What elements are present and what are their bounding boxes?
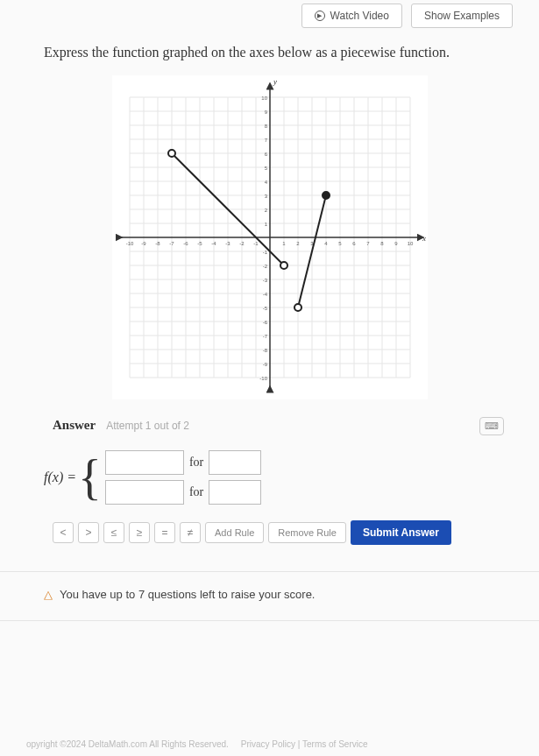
svg-text:-10: -10: [125, 241, 133, 246]
raise-score-notice: △ You have up to 7 questions left to rai…: [0, 572, 539, 601]
svg-text:-6: -6: [183, 241, 188, 246]
svg-text:1: 1: [282, 241, 286, 246]
terms-link[interactable]: Terms of Service: [302, 739, 367, 749]
watch-video-label: Watch Video: [330, 10, 389, 22]
svg-text:6: 6: [352, 241, 356, 246]
svg-text:-10: -10: [259, 376, 267, 381]
warning-icon: △: [44, 588, 53, 601]
svg-text:-9: -9: [262, 362, 267, 367]
privacy-link[interactable]: Privacy Policy: [241, 739, 295, 749]
svg-text:-3: -3: [225, 241, 230, 246]
svg-point-89: [323, 192, 330, 199]
svg-text:2: 2: [264, 208, 267, 213]
svg-text:x: x: [422, 234, 426, 243]
svg-text:10: 10: [407, 241, 413, 246]
less-equal-button[interactable]: ≤: [103, 522, 124, 543]
svg-text:7: 7: [264, 138, 267, 143]
graph-container: y x -10-9-8-7-6-5-4-3-2-1 12345678910 10…: [0, 70, 539, 408]
keyboard-icon[interactable]: ⌨: [479, 417, 504, 435]
svg-text:4: 4: [264, 180, 267, 185]
copyright-text: opyright ©2024 DeltaMath.com All Rights …: [26, 739, 229, 749]
show-examples-label: Show Examples: [424, 10, 500, 22]
rule-expression-input[interactable]: [105, 480, 184, 505]
svg-text:-5: -5: [197, 241, 202, 246]
svg-text:-4: -4: [211, 241, 216, 246]
svg-text:-6: -6: [262, 320, 267, 325]
watch-video-button[interactable]: ▶ Watch Video: [301, 4, 402, 28]
rule-condition-input[interactable]: [209, 450, 261, 475]
footer-sep: |: [298, 739, 301, 749]
svg-text:8: 8: [380, 241, 384, 246]
for-label: for: [189, 456, 203, 470]
svg-text:9: 9: [394, 241, 398, 246]
svg-text:-1: -1: [253, 241, 259, 246]
piecewise-graph: y x -10-9-8-7-6-5-4-3-2-1 12345678910 10…: [112, 75, 428, 399]
add-rule-button[interactable]: Add Rule: [205, 522, 264, 543]
svg-text:3: 3: [264, 194, 267, 199]
svg-text:-4: -4: [262, 292, 267, 297]
greater-equal-button[interactable]: ≥: [129, 522, 150, 543]
svg-text:-2: -2: [239, 241, 245, 246]
svg-text:9: 9: [264, 110, 267, 115]
svg-text:5: 5: [338, 241, 342, 246]
rule-row: for: [105, 450, 261, 475]
submit-answer-button[interactable]: Submit Answer: [351, 520, 451, 545]
show-examples-button[interactable]: Show Examples: [411, 4, 513, 28]
rule-condition-input[interactable]: [209, 480, 261, 505]
svg-text:6: 6: [264, 152, 267, 157]
play-icon: ▶: [315, 11, 325, 21]
remove-rule-button[interactable]: Remove Rule: [268, 522, 346, 543]
attempt-text: Attempt 1 out of 2: [106, 420, 189, 432]
rule-expression-input[interactable]: [105, 450, 184, 475]
svg-text:4: 4: [324, 241, 328, 246]
divider: [0, 620, 539, 621]
raise-score-text: You have up to 7 questions left to raise…: [60, 588, 315, 601]
less-than-button[interactable]: <: [53, 522, 74, 543]
svg-text:y: y: [273, 77, 277, 86]
symbol-button-row: < > ≤ ≥ = ≠ Add Rule Remove Rule Submit …: [0, 513, 539, 555]
question-text: Express the function graphed on the axes…: [0, 32, 539, 70]
rule-row: for: [105, 480, 261, 505]
header-toolbar: ▶ Watch Video Show Examples: [0, 0, 539, 32]
piecewise-rules: for for: [105, 450, 261, 505]
not-equal-button[interactable]: ≠: [180, 522, 201, 543]
svg-text:-9: -9: [141, 241, 146, 246]
svg-point-85: [168, 150, 175, 157]
svg-text:-7: -7: [169, 241, 174, 246]
svg-text:2: 2: [296, 241, 300, 246]
svg-text:-5: -5: [262, 306, 267, 311]
left-brace-icon: {: [78, 458, 102, 498]
greater-than-button[interactable]: >: [78, 522, 99, 543]
svg-text:8: 8: [264, 124, 267, 129]
svg-text:-3: -3: [262, 278, 267, 283]
answer-label: Answer: [53, 418, 96, 432]
svg-text:7: 7: [366, 241, 370, 246]
svg-text:10: 10: [261, 95, 267, 101]
piecewise-expression: f(x) = { for for: [0, 433, 479, 513]
svg-text:-7: -7: [262, 334, 267, 339]
svg-text:5: 5: [264, 166, 267, 171]
answer-section: Answer Attempt 1 out of 2 ⌨: [0, 408, 539, 433]
footer: opyright ©2024 DeltaMath.com All Rights …: [0, 739, 539, 749]
for-label: for: [189, 485, 203, 499]
svg-point-88: [294, 304, 301, 311]
svg-text:-8: -8: [262, 348, 267, 353]
equal-button[interactable]: =: [154, 522, 175, 543]
svg-text:-8: -8: [155, 241, 160, 246]
svg-text:-1: -1: [262, 250, 267, 255]
svg-point-86: [280, 262, 287, 269]
svg-text:1: 1: [264, 222, 267, 227]
fx-label: f(x) =: [44, 470, 76, 485]
svg-text:-2: -2: [262, 264, 267, 269]
